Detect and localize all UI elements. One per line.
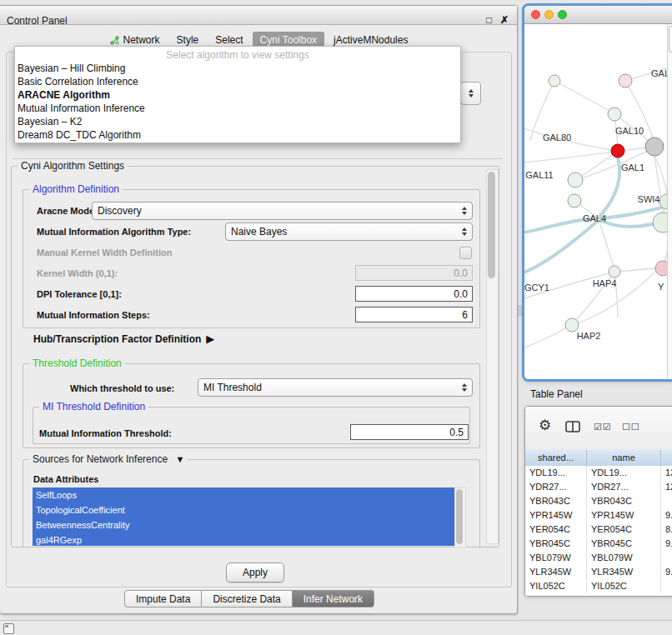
expanded-arrow-icon: ▼: [175, 454, 184, 464]
column-header[interactable]: [661, 450, 672, 466]
network-node[interactable]: [619, 74, 632, 88]
table-cell[interactable]: YLR345W: [525, 565, 587, 579]
network-canvas[interactable]: GALGAL80GAL10GAL11GAL1SWI4GAL4GCY1HAP4YH…: [524, 24, 672, 379]
algorithm-option[interactable]: Basic Correlation Inference: [15, 75, 460, 88]
table-cell[interactable]: 9.: [661, 565, 672, 579]
algorithm-option[interactable]: Bayesian – Hill Climbing: [15, 62, 460, 75]
data-attribute-item[interactable]: BetweennessCentrality: [33, 518, 454, 532]
table-row: YBL079WYBL079W: [525, 551, 672, 565]
network-node[interactable]: [645, 138, 664, 156]
network-node[interactable]: [608, 108, 621, 121]
algorithm-option[interactable]: ARACNE Algorithm: [15, 88, 460, 102]
table-row: YLR345WYLR345W9.: [525, 565, 672, 579]
table-cell[interactable]: YBR045C: [587, 537, 661, 551]
close-traffic-light-icon[interactable]: [531, 10, 540, 19]
table-cell[interactable]: YPR145W: [525, 508, 587, 522]
table-cell[interactable]: 13: [661, 466, 672, 480]
table-cell[interactable]: YPR145W: [587, 508, 661, 522]
algorithm-combobox-fragment[interactable]: [460, 82, 481, 105]
attributes-scrollbar[interactable]: [454, 488, 466, 548]
attributes-scrollbar-thumb[interactable]: [456, 489, 463, 544]
node-label: GAL80: [543, 132, 571, 142]
network-node[interactable]: [565, 318, 579, 332]
table-cell[interactable]: [661, 579, 672, 593]
manual-kernel-checkbox[interactable]: [459, 247, 472, 259]
minimize-traffic-light-icon[interactable]: [544, 10, 554, 19]
table-cell[interactable]: YBL079W: [587, 551, 661, 565]
float-window-icon[interactable]: □: [486, 14, 492, 26]
mi-steps-label: Mutual Information Steps:: [37, 309, 150, 321]
algorithm-option[interactable]: Mutual Information Inference: [15, 102, 460, 115]
table-cell[interactable]: YDR27...: [525, 480, 587, 494]
mi-steps-input[interactable]: [355, 307, 473, 322]
network-scrollbar-thumb[interactable]: [669, 26, 672, 52]
table-cell[interactable]: 8.: [661, 522, 672, 537]
tab-discretize-data[interactable]: Discretize Data: [202, 590, 292, 608]
network-edge: [524, 328, 566, 351]
dpi-tolerance-input[interactable]: [355, 286, 473, 302]
network-scrollbar[interactable]: [667, 24, 672, 379]
aracne-mode-select[interactable]: Discovery: [92, 202, 473, 220]
table-cell[interactable]: YIL052C: [525, 579, 587, 593]
network-node[interactable]: [568, 172, 583, 188]
table-cell[interactable]: [661, 494, 672, 508]
table-cell[interactable]: YER054C: [525, 522, 587, 537]
table-cell[interactable]: YIL052C: [587, 579, 661, 593]
network-edge: [599, 220, 661, 227]
mi-algorithm-type-select[interactable]: Naive Bayes: [225, 222, 473, 241]
table-cell[interactable]: YBR043C: [525, 494, 587, 508]
table-cell[interactable]: YDR27...: [587, 480, 661, 494]
table-cell[interactable]: YLR345W: [587, 565, 661, 579]
network-node[interactable]: [549, 75, 560, 87]
window-title: Control Panel: [7, 15, 68, 27]
sources-section-header[interactable]: Sources for Network Inference ▼: [29, 453, 188, 465]
node-label: GCY1: [524, 282, 549, 292]
table-cell[interactable]: YDL19...: [587, 466, 661, 480]
data-attribute-item[interactable]: gal4RGexp: [33, 532, 454, 546]
table-row: YPR145WYPR145W9.: [525, 508, 672, 522]
unchecked-boxes-icon[interactable]: ☐☐: [622, 422, 640, 432]
settings-scrollbar[interactable]: [486, 169, 499, 544]
table-cell[interactable]: 9.: [661, 537, 672, 551]
kernel-width-input[interactable]: [355, 265, 473, 281]
close-icon[interactable]: ✗: [500, 14, 509, 26]
which-threshold-select[interactable]: MI Threshold: [198, 378, 473, 397]
settings-group-title: Cyni Algorithm Settings: [18, 160, 128, 172]
settings-scrollbar-thumb[interactable]: [488, 172, 495, 278]
column-header[interactable]: shared...: [525, 450, 587, 466]
table-cell[interactable]: YER054C: [587, 522, 661, 537]
column-header[interactable]: name: [587, 450, 661, 466]
table-cell[interactable]: YBR043C: [587, 494, 661, 508]
columns-icon[interactable]: [565, 421, 580, 436]
zoom-traffic-light-icon[interactable]: [558, 10, 567, 19]
data-attributes-list[interactable]: SelfLoopsTopologicalCoefficientBetweenne…: [33, 488, 454, 546]
hub-section-header[interactable]: Hub/Transcription Factor Definition ▶: [33, 332, 214, 345]
dropdown-placeholder: Select algorithm to view settings: [15, 48, 460, 62]
table-cell[interactable]: YBR045C: [525, 537, 587, 551]
tab-infer-network[interactable]: Infer Network: [293, 590, 374, 608]
data-attribute-item[interactable]: SelfLoops: [33, 488, 454, 502]
splitter-handle[interactable]: [518, 305, 522, 317]
table-cell[interactable]: YBL079W: [525, 551, 587, 565]
network-icon: [109, 35, 120, 46]
mi-threshold-input[interactable]: [350, 424, 469, 440]
gear-icon[interactable]: ⚙: [539, 417, 551, 434]
tab-label: jActiveMNodules: [333, 34, 408, 46]
network-node[interactable]: [609, 266, 620, 278]
checked-boxes-icon[interactable]: ☑☑: [594, 422, 612, 432]
network-node[interactable]: [568, 194, 581, 208]
table-cell[interactable]: 9.: [661, 508, 672, 522]
table-cell[interactable]: [661, 551, 672, 565]
tab-impute-data[interactable]: Impute Data: [124, 590, 202, 608]
network-node[interactable]: [611, 144, 624, 158]
node-label: HAP2: [577, 331, 601, 341]
algorithm-option[interactable]: Dream8 DC_TDC Algorithm: [15, 128, 460, 142]
algorithm-option[interactable]: Bayesian – K2: [15, 115, 460, 128]
apply-button[interactable]: Apply: [226, 562, 284, 582]
table-cell[interactable]: YDL19...: [525, 466, 587, 480]
table-cell[interactable]: 12: [661, 480, 672, 494]
network-view-window: GALGAL80GAL10GAL11GAL1SWI4GAL4GCY1HAP4YH…: [524, 6, 672, 379]
data-attribute-item[interactable]: TopologicalCoefficient: [33, 502, 454, 518]
aracne-mode-value: Discovery: [98, 205, 142, 217]
minimized-panel-icon[interactable]: [3, 623, 14, 634]
